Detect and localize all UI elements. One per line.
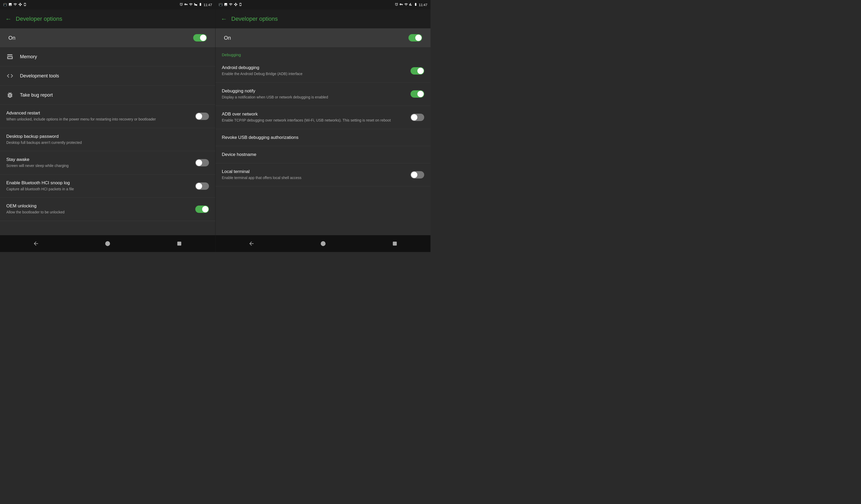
v-sign-r — [229, 3, 233, 7]
top-bar-right: ← Developer options — [216, 10, 430, 28]
adb-over-network-text: ADB over network Enable TCP/IP debugging… — [222, 111, 411, 123]
content-right: Debugging Android debugging Enable the A… — [216, 47, 430, 235]
smartphone-icon — [23, 3, 27, 7]
bluetooth-hci-subtitle: Capture all bluetooth HCI packets in a f… — [6, 187, 191, 192]
android-debugging-text: Android debugging Enable the Android Deb… — [222, 65, 411, 77]
panel-right: 📳 — [215, 0, 430, 252]
page-title-left: Developer options — [16, 15, 62, 22]
row-stay-awake[interactable]: Stay awake Screen will never sleep while… — [0, 151, 215, 175]
toggle-thumb-right — [415, 35, 422, 41]
gamepad-icon-r — [234, 3, 237, 7]
debugging-notify-text: Debugging notify Display a notification … — [222, 88, 411, 100]
android-debugging-title: Android debugging — [222, 65, 406, 70]
voicemail-icon: 📳 — [3, 3, 7, 6]
back-nav-left[interactable] — [30, 237, 42, 250]
back-button-left[interactable]: ← — [5, 15, 12, 23]
row-adb-over-network[interactable]: ADB over network Enable TCP/IP debugging… — [216, 106, 430, 129]
adb-over-network-toggle[interactable] — [411, 114, 424, 121]
row-debugging-notify[interactable]: Debugging notify Display a notification … — [216, 83, 430, 106]
signal-v-icon — [13, 3, 17, 7]
status-bar-left: 📳 — [0, 0, 215, 10]
oem-unlocking-text: OEM unlocking Allow the bootloader to be… — [6, 203, 195, 215]
advanced-restart-toggle[interactable] — [195, 113, 209, 120]
debugging-notify-subtitle: Display a notification when USB or netwo… — [222, 95, 406, 100]
svg-rect-3 — [393, 242, 396, 245]
row-oem-unlocking[interactable]: OEM unlocking Allow the bootloader to be… — [0, 197, 215, 221]
row-desktop-backup[interactable]: Desktop backup password Desktop full bac… — [0, 128, 215, 151]
on-toggle-left[interactable] — [193, 34, 207, 41]
photo-icon-r — [224, 3, 228, 7]
vpn-key-icon-r — [399, 3, 403, 7]
debugging-section-header: Debugging — [216, 47, 430, 59]
vpn-key-icon — [184, 3, 188, 7]
memory-icon — [5, 52, 15, 62]
on-row-left[interactable]: On — [0, 28, 215, 47]
voicemail-icon-r: 📳 — [219, 3, 223, 6]
status-bar-right: 📳 — [216, 0, 430, 10]
back-button-right[interactable]: ← — [221, 15, 227, 23]
device-hostname-title: Device hostname — [222, 152, 424, 157]
adb-over-network-subtitle: Enable TCP/IP debugging over network int… — [222, 118, 406, 123]
memory-label: Memory — [20, 54, 37, 59]
on-label-right: On — [224, 35, 231, 41]
menu-item-bug-report[interactable]: Take bug report — [0, 85, 215, 105]
stay-awake-thumb — [196, 160, 202, 166]
debugging-notify-thumb — [418, 91, 424, 97]
recent-nav-left[interactable] — [173, 237, 186, 250]
status-icons-right: 11:47 — [180, 3, 212, 7]
status-time-left: 11:47 — [203, 3, 212, 7]
row-revoke-usb[interactable]: Revoke USB debugging authorizations — [216, 129, 430, 146]
advanced-restart-title: Advanced restart — [6, 110, 191, 116]
menu-item-dev-tools[interactable]: Development tools — [0, 66, 215, 85]
svg-point-2 — [321, 242, 325, 246]
alarm-icon-r — [395, 3, 398, 7]
debugging-notify-title: Debugging notify — [222, 88, 406, 94]
stay-awake-toggle[interactable] — [195, 159, 209, 166]
top-bar-left: ← Developer options — [0, 10, 215, 28]
oem-unlocking-toggle[interactable] — [195, 206, 209, 213]
bug-report-icon — [5, 90, 15, 100]
menu-item-memory[interactable]: Memory — [0, 47, 215, 66]
alarm-icon — [180, 3, 183, 7]
advanced-restart-thumb — [196, 113, 202, 120]
home-nav-left[interactable] — [101, 237, 114, 250]
wifi-icon — [189, 3, 193, 7]
on-row-right[interactable]: On — [216, 28, 430, 47]
advanced-restart-subtitle: When unlocked, include options in the po… — [6, 117, 191, 122]
local-terminal-text: Local terminal Enable terminal app that … — [222, 169, 411, 181]
on-toggle-right[interactable] — [408, 34, 422, 41]
local-terminal-title: Local terminal — [222, 169, 406, 174]
page-title-right: Developer options — [231, 15, 278, 22]
adb-over-network-title: ADB over network — [222, 111, 406, 117]
bluetooth-hci-title: Enable Bluetooth HCI snoop log — [6, 180, 191, 186]
back-nav-right[interactable] — [245, 237, 258, 250]
gamepad-icon — [18, 3, 22, 7]
nav-bar-right — [216, 235, 430, 252]
status-icons-right-right: 11:47 — [395, 3, 427, 7]
smartphone-icon-r — [239, 3, 242, 7]
signal-icon-r — [409, 3, 413, 7]
toggle-thumb-left — [200, 35, 206, 41]
recent-nav-right[interactable] — [388, 237, 401, 250]
debugging-notify-toggle[interactable] — [411, 90, 424, 98]
wifi-icon-r — [404, 3, 408, 7]
battery-icon-r — [414, 3, 418, 7]
home-nav-right[interactable] — [317, 237, 329, 250]
on-label-left: On — [9, 35, 15, 41]
battery-icon — [199, 3, 202, 7]
row-device-hostname[interactable]: Device hostname — [216, 146, 430, 163]
row-advanced-restart[interactable]: Advanced restart When unlocked, include … — [0, 105, 215, 128]
local-terminal-thumb — [411, 172, 418, 178]
revoke-usb-title: Revoke USB debugging authorizations — [222, 135, 424, 140]
android-debugging-thumb — [418, 68, 424, 74]
adb-over-network-thumb — [411, 114, 418, 121]
row-local-terminal[interactable]: Local terminal Enable terminal app that … — [216, 163, 430, 187]
row-bluetooth-hci[interactable]: Enable Bluetooth HCI snoop log Capture a… — [0, 175, 215, 198]
bluetooth-hci-toggle[interactable] — [195, 182, 209, 190]
row-android-debugging[interactable]: Android debugging Enable the Android Deb… — [216, 59, 430, 83]
dev-tools-label: Development tools — [20, 73, 59, 79]
android-debugging-toggle[interactable] — [411, 67, 424, 74]
status-icons-left: 📳 — [3, 3, 27, 7]
local-terminal-toggle[interactable] — [411, 171, 424, 178]
local-terminal-subtitle: Enable terminal app that offers local sh… — [222, 175, 406, 181]
